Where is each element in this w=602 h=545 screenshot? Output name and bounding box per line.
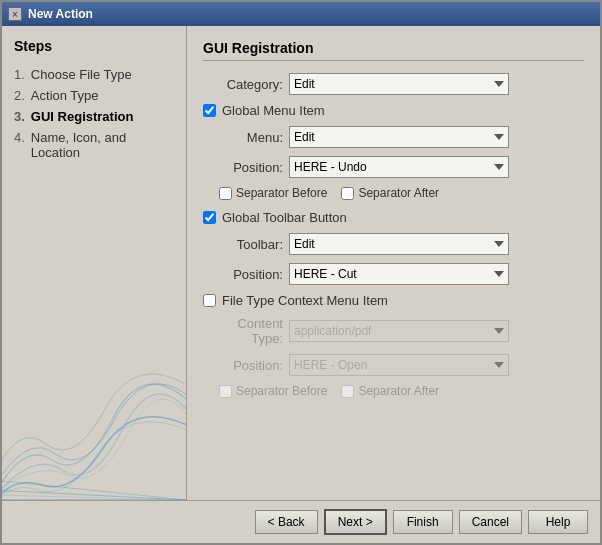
toolbar-row: Toolbar: Edit File View Tools	[203, 233, 584, 255]
separator-after-1-label: Separator After	[358, 186, 439, 200]
global-menu-row: Global Menu Item	[203, 103, 584, 118]
title-bar: × New Action	[2, 2, 600, 26]
category-row: Category: Edit File View Tools	[203, 73, 584, 95]
sep-after-1: Separator After	[341, 186, 439, 200]
step-3-label: GUI Registration	[31, 109, 134, 124]
file-type-context-row: File Type Context Menu Item	[203, 293, 584, 308]
separator-row-2: Separator Before Separator After	[219, 384, 584, 398]
step-1-num: 1.	[14, 67, 25, 82]
step-3-num: 3.	[14, 109, 25, 124]
step-4: 4. Name, Icon, and Location	[14, 127, 174, 163]
help-button[interactable]: Help	[528, 510, 588, 534]
toolbar-select[interactable]: Edit File View Tools	[289, 233, 509, 255]
context-position-label: Position:	[203, 358, 283, 373]
global-toolbar-label: Global Toolbar Button	[222, 210, 347, 225]
separator-after-1-checkbox[interactable]	[341, 187, 354, 200]
file-type-context-checkbox[interactable]	[203, 294, 216, 307]
toolbar-position-select[interactable]: HERE - Cut HERE - Undo HERE - Copy HERE …	[289, 263, 509, 285]
menu-position-label: Position:	[203, 160, 283, 175]
menu-position-row: Position: HERE - Undo HERE - Cut HERE - …	[203, 156, 584, 178]
toolbar-label: Toolbar:	[203, 237, 283, 252]
step-3: 3. GUI Registration	[14, 106, 174, 127]
step-2-label: Action Type	[31, 88, 99, 103]
window: × New Action Steps 1. Choose File Type 2…	[0, 0, 602, 545]
cancel-button[interactable]: Cancel	[459, 510, 522, 534]
sep-after-2: Separator After	[341, 384, 439, 398]
category-label: Category:	[203, 77, 283, 92]
content-area: Steps 1. Choose File Type 2. Action Type…	[2, 26, 600, 500]
back-button[interactable]: < Back	[255, 510, 318, 534]
sidebar-title: Steps	[14, 38, 174, 54]
sep-before-2: Separator Before	[219, 384, 327, 398]
toolbar-position-label: Position:	[203, 267, 283, 282]
bottom-bar: < Back Next > Finish Cancel Help	[2, 500, 600, 543]
global-menu-checkbox[interactable]	[203, 104, 216, 117]
global-menu-label: Global Menu Item	[222, 103, 325, 118]
content-type-select[interactable]: application/pdf	[289, 320, 509, 342]
separator-after-2-label: Separator After	[358, 384, 439, 398]
global-toolbar-row: Global Toolbar Button	[203, 210, 584, 225]
content-type-label: Content Type:	[203, 316, 283, 346]
toolbar-position-row: Position: HERE - Cut HERE - Undo HERE - …	[203, 263, 584, 285]
separator-before-1-label: Separator Before	[236, 186, 327, 200]
steps-list: 1. Choose File Type 2. Action Type 3. GU…	[14, 64, 174, 163]
separator-after-2-checkbox[interactable]	[341, 385, 354, 398]
separator-before-2-checkbox[interactable]	[219, 385, 232, 398]
step-2: 2. Action Type	[14, 85, 174, 106]
context-position-select[interactable]: HERE - Open	[289, 354, 509, 376]
menu-row: Menu: Edit File View Tools	[203, 126, 584, 148]
panel-title: GUI Registration	[203, 40, 584, 61]
separator-before-2-label: Separator Before	[236, 384, 327, 398]
menu-select[interactable]: Edit File View Tools	[289, 126, 509, 148]
step-2-num: 2.	[14, 88, 25, 103]
main-panel: GUI Registration Category: Edit File Vie…	[187, 26, 600, 500]
next-button[interactable]: Next >	[324, 509, 387, 535]
context-position-row: Position: HERE - Open	[203, 354, 584, 376]
separator-row-1: Separator Before Separator After	[219, 186, 584, 200]
step-1-label: Choose File Type	[31, 67, 132, 82]
step-1: 1. Choose File Type	[14, 64, 174, 85]
content-type-row: Content Type: application/pdf	[203, 316, 584, 346]
separator-before-1-checkbox[interactable]	[219, 187, 232, 200]
menu-position-select[interactable]: HERE - Undo HERE - Cut HERE - Copy HERE …	[289, 156, 509, 178]
sep-before-1: Separator Before	[219, 186, 327, 200]
step-4-num: 4.	[14, 130, 25, 160]
sidebar-wave	[2, 360, 186, 500]
step-4-label: Name, Icon, and Location	[31, 130, 174, 160]
menu-label: Menu:	[203, 130, 283, 145]
category-select[interactable]: Edit File View Tools	[289, 73, 509, 95]
global-toolbar-checkbox[interactable]	[203, 211, 216, 224]
window-title: New Action	[28, 7, 93, 21]
file-type-context-label: File Type Context Menu Item	[222, 293, 388, 308]
sidebar: Steps 1. Choose File Type 2. Action Type…	[2, 26, 187, 500]
close-button[interactable]: ×	[8, 7, 22, 21]
finish-button[interactable]: Finish	[393, 510, 453, 534]
